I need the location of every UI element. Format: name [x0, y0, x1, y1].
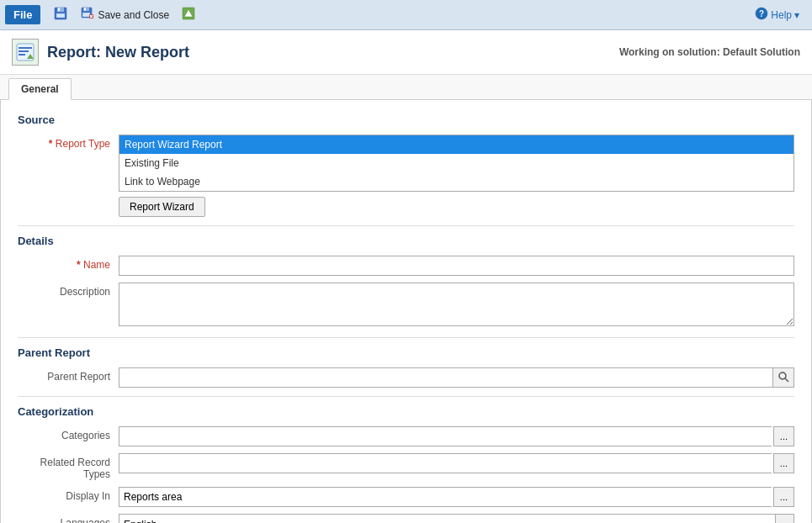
tab-general[interactable]: General [8, 78, 72, 100]
page-title-area: Report: New Report [12, 39, 189, 66]
parent-report-input[interactable] [119, 367, 772, 388]
solution-label: Working on solution: Default Solution [619, 46, 800, 58]
languages-select[interactable]: English [119, 515, 775, 523]
display-in-label: Display In [18, 487, 119, 502]
report-type-list[interactable]: Report Wizard Report Existing File Link … [119, 135, 794, 192]
report-type-option-wizard[interactable]: Report Wizard Report [119, 135, 793, 154]
parent-report-label: Parent Report [18, 367, 119, 383]
description-input[interactable] [119, 283, 794, 326]
categories-input[interactable] [119, 426, 772, 446]
svg-rect-7 [84, 8, 86, 11]
languages-dropdown-arrow: ▾ [775, 515, 793, 523]
name-required-star: * [77, 259, 81, 271]
save-button[interactable] [47, 3, 74, 27]
name-input[interactable] [119, 256, 794, 276]
parent-report-input-group [119, 367, 794, 388]
languages-row: Languages English ▾ [18, 514, 794, 523]
divider-1 [18, 225, 794, 226]
svg-rect-3 [58, 8, 60, 12]
description-row: Description [18, 283, 794, 329]
categories-label: Categories [18, 426, 119, 441]
details-section-header: Details [18, 235, 794, 249]
save-and-close-label: Save and Close [98, 9, 169, 21]
page-icon [12, 39, 39, 66]
parent-report-lookup-button[interactable] [772, 367, 794, 388]
languages-select-wrapper: English ▾ [119, 514, 794, 523]
report-type-control: Report Wizard Report Existing File Link … [119, 135, 794, 217]
categorization-section-header: Categorization [18, 405, 794, 420]
svg-point-20 [779, 372, 786, 379]
name-control [119, 256, 794, 276]
related-record-types-label: Related Record Types [18, 453, 119, 480]
ellipsis-icon-3: ... [780, 492, 788, 502]
report-wizard-button[interactable]: Report Wizard [119, 197, 205, 217]
help-icon: ? [755, 7, 768, 23]
report-type-option-webpage[interactable]: Link to Webpage [119, 172, 793, 191]
svg-text:?: ? [759, 9, 764, 18]
svg-rect-6 [82, 13, 90, 17]
divider-2 [18, 337, 794, 338]
categories-ellipsis-button[interactable]: ... [773, 426, 794, 446]
file-button[interactable]: File [5, 5, 40, 24]
report-type-row: * Report Type Report Wizard Report Exist… [18, 135, 794, 217]
related-record-types-input[interactable] [119, 453, 772, 473]
save-and-close-button[interactable]: Save and Close [74, 3, 175, 27]
toolbar-right: ? Help ▾ [747, 3, 807, 26]
parent-report-section-header: Parent Report [18, 346, 794, 361]
ellipsis-icon-1: ... [780, 431, 788, 441]
form-area: Source * Report Type Report Wizard Repor… [0, 100, 812, 523]
publish-button[interactable] [175, 3, 202, 27]
save-icon [53, 6, 68, 24]
help-label: Help [771, 9, 792, 21]
save-close-icon [80, 6, 95, 24]
svg-rect-16 [19, 47, 32, 49]
svg-rect-2 [56, 13, 65, 18]
languages-label: Languages [18, 514, 119, 523]
report-type-label: * Report Type [18, 135, 119, 150]
related-record-types-row: Related Record Types ... [18, 453, 794, 480]
help-dropdown-icon: ▾ [794, 9, 799, 21]
page-title: Report: New Report [47, 44, 189, 61]
categories-row: Categories ... [18, 426, 794, 446]
svg-rect-17 [19, 50, 29, 52]
display-in-row: Display In ... [18, 487, 794, 507]
description-control [119, 283, 794, 329]
lookup-icon [778, 371, 789, 385]
tabs: General [0, 75, 812, 100]
divider-3 [18, 396, 794, 397]
display-in-control: ... [119, 487, 794, 507]
description-label: Description [18, 283, 119, 298]
parent-report-control [119, 367, 794, 388]
related-record-types-control: ... [119, 453, 794, 473]
page-header: Report: New Report Working on solution: … [0, 30, 812, 75]
parent-report-row: Parent Report [18, 367, 794, 388]
ellipsis-icon-2: ... [780, 458, 788, 468]
display-in-ellipsis-button[interactable]: ... [773, 487, 794, 507]
help-button[interactable]: ? Help ▾ [747, 3, 807, 26]
report-type-option-file[interactable]: Existing File [119, 154, 793, 172]
publish-icon [181, 6, 196, 24]
name-label: * Name [18, 256, 119, 271]
required-star: * [49, 138, 53, 150]
source-section-header: Source [18, 114, 794, 128]
related-record-types-ellipsis-button[interactable]: ... [773, 453, 794, 473]
categories-control: ... [119, 426, 794, 446]
svg-line-21 [785, 378, 788, 382]
svg-rect-18 [19, 54, 25, 55]
toolbar: File Save and Close [0, 0, 812, 30]
name-row: * Name [18, 256, 794, 276]
languages-control: English ▾ [119, 514, 794, 523]
display-in-input[interactable] [119, 487, 772, 507]
